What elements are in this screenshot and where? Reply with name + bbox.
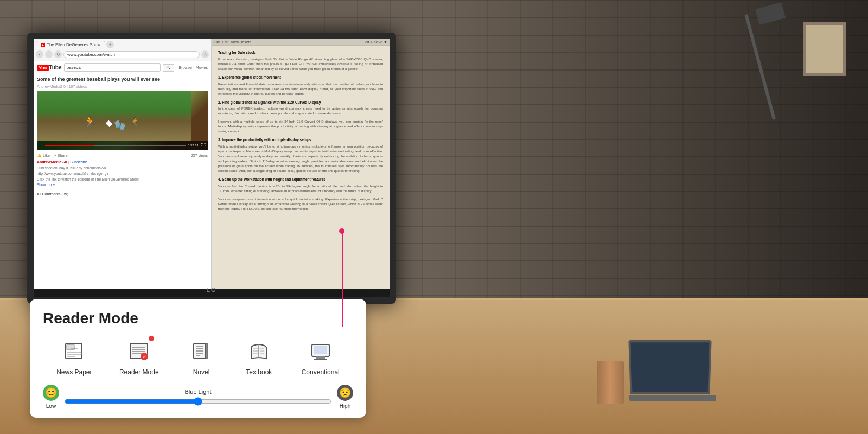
share-button[interactable]: ↗ Share [53, 154, 68, 158]
tab-title: The Ellen DeGeneres Show [47, 42, 100, 47]
youtube-search-input[interactable] [64, 63, 161, 72]
blue-light-section: 😊 Low Blue Light 😟 High [43, 385, 353, 409]
video-controls: ⏸ 0:22:31 ⛶ [37, 141, 208, 150]
doc-toolbar-item-1[interactable]: File [214, 40, 220, 44]
novel-icon [189, 339, 213, 363]
baseball-field-bg: 🏃 🧤 🏃 [37, 91, 191, 142]
player-2: 🧤 [114, 119, 126, 131]
browser-window: ▶ The Ellen DeGeneres Show + ‹ › ↻ www.y… [34, 39, 212, 289]
doc-para-6: You can compare more information at once… [218, 197, 383, 212]
laptop-screen [628, 340, 711, 394]
browse-link[interactable]: Browse [178, 66, 191, 69]
high-label: High [340, 403, 351, 409]
reader-mode-icon-wrapper: ✓ [124, 336, 154, 366]
youtube-wordmark: You [37, 65, 49, 71]
novel-option[interactable]: Novel [186, 336, 216, 376]
desk-lamp [743, 0, 787, 271]
forward-btn[interactable]: › [45, 50, 53, 58]
browser-chrome: ▶ The Ellen DeGeneres Show + ‹ › ↻ www.y… [34, 39, 211, 61]
video-time: 0:22:31 [188, 144, 199, 147]
doc-toolbar-item-3[interactable]: View [231, 40, 239, 44]
tab-favicon: ▶ [41, 43, 45, 47]
document-window: File Edit View Insert Edit & Save ▼ Trad… [212, 39, 390, 289]
doc-main-heading: Trading for Dale stock [218, 50, 383, 55]
svg-text:✓: ✓ [143, 354, 146, 359]
lamp-head [755, 2, 786, 25]
video-desc: Click the link to watch the episode of T… [37, 177, 208, 182]
youtube-logo: YouTube [37, 65, 62, 71]
refresh-btn[interactable]: ↻ [54, 50, 62, 58]
novel-icon-wrapper [186, 336, 216, 366]
doc-intro: Experience the crisp, next-gen Mark 7's … [218, 57, 383, 72]
show-more-link[interactable]: Show more [37, 183, 208, 187]
doc-para-5: You can find the Curved monitor is a 20-… [218, 184, 383, 194]
address-bar[interactable]: www.youtube.com/watch [63, 51, 200, 58]
play-icon[interactable]: ⏸ [39, 143, 43, 148]
monitor-brand: LG [206, 286, 216, 293]
doc-toolbar-item-4[interactable]: Insert [241, 40, 251, 44]
textbook-label: Textbook [246, 368, 272, 376]
video-url-text: http://www.youtube.com/watch?v=abc-rge-r… [37, 171, 208, 176]
low-smiley: 😊 [43, 385, 59, 401]
svg-rect-30 [314, 346, 327, 354]
blue-light-slider-container: Blue Light [65, 388, 331, 406]
browser-tabs: ▶ The Ellen DeGeneres Show + [36, 41, 209, 48]
active-tab[interactable]: ▶ The Ellen DeGeneres Show [36, 41, 105, 48]
doc-toolbar-item-2[interactable]: Edit [222, 40, 228, 44]
browser-nav-bar: ‹ › ↻ www.youtube.com/watch ☆ [36, 49, 209, 59]
video-thumbnail[interactable]: 🏃 🧤 🏃 ⏸ 0:22:31 ⛶ [37, 91, 208, 150]
doc-toolbar-right: Edit & Save ▼ [363, 40, 387, 44]
published-date: Published on May 8, 2012 by annamedia2-0 [37, 166, 208, 170]
reader-mode-option[interactable]: ✓ Reader Mode [119, 336, 159, 376]
like-bar: 👍 Like ↗ Share 257 views [37, 152, 208, 159]
player-1: 🏃 [83, 116, 97, 129]
progress-bar[interactable] [45, 145, 186, 146]
conventional-option[interactable]: Conventional [302, 336, 340, 376]
youtube-search-button[interactable]: 🔍 [163, 64, 174, 72]
blue-light-bar-wrapper: 😊 Low Blue Light 😟 High [43, 385, 353, 409]
fullscreen-btn[interactable]: ⛶ [201, 143, 206, 148]
monitor-body: ▶ The Ellen DeGeneres Show + ‹ › ↻ www.y… [27, 33, 396, 304]
laptop-base [629, 395, 716, 401]
doc-heading-3: 2. Find global trends at a glance with t… [218, 100, 383, 105]
svg-rect-29 [314, 359, 327, 360]
reader-mode-label: Reader Mode [119, 368, 159, 376]
blue-light-slider[interactable] [65, 397, 331, 406]
news-paper-icon-wrapper: NEWS [59, 336, 90, 366]
views-meta: 197 videos [69, 85, 87, 88]
all-comments[interactable]: All Comments (39) [37, 190, 208, 196]
home-plate [105, 120, 112, 127]
svg-rect-28 [316, 356, 325, 359]
channel-name-meta: AndrewMedia2-0 [37, 85, 66, 88]
low-label: Low [46, 403, 56, 409]
doc-para-3b: However, with a multiple setup of up to … [218, 119, 383, 134]
new-tab-btn[interactable]: + [106, 41, 114, 48]
channel-name[interactable]: AndrewMedia2-0 [37, 160, 67, 164]
doc-content: Trading for Dale stock Experience the cr… [212, 46, 390, 284]
back-btn[interactable]: ‹ [36, 50, 43, 58]
conventional-icon-wrapper [305, 336, 336, 366]
youtube-header: YouTube 🔍 Browse Movies [34, 61, 211, 74]
doc-heading-2: 1. Experience global stock movement [218, 75, 383, 80]
svg-text:NEWS: NEWS [71, 347, 78, 350]
lamp-arm [744, 14, 776, 120]
news-paper-option[interactable]: NEWS News Paper [56, 336, 92, 376]
textbook-option[interactable]: Textbook [244, 336, 274, 376]
video-meta: AndrewMedia2-0 | 197 videos [37, 85, 208, 88]
doc-heading-5: 4. Scale up the Workstation with height … [218, 177, 383, 182]
textbook-icon [247, 339, 271, 363]
doc-para-2: Presentations and financial data on-scre… [218, 82, 383, 97]
reader-mode-icon-row: NEWS News Paper ✓ Reader Mode [43, 336, 353, 376]
conventional-label: Conventional [302, 368, 340, 376]
view-count: 257 views [191, 154, 208, 158]
conventional-icon [309, 339, 333, 363]
monitor-screen: ▶ The Ellen DeGeneres Show + ‹ › ↻ www.y… [34, 39, 390, 289]
player-3: 🏃 [129, 117, 140, 127]
lg-logo: LG [206, 286, 216, 293]
subscribe-btn[interactable]: Subscribe [70, 160, 87, 164]
bookmark-btn[interactable]: ☆ [201, 50, 209, 58]
reader-mode-title: Reader Mode [43, 310, 353, 327]
movies-link[interactable]: Movies [196, 66, 208, 69]
like-button[interactable]: 👍 Like [37, 154, 50, 158]
wood-holder [597, 361, 624, 404]
